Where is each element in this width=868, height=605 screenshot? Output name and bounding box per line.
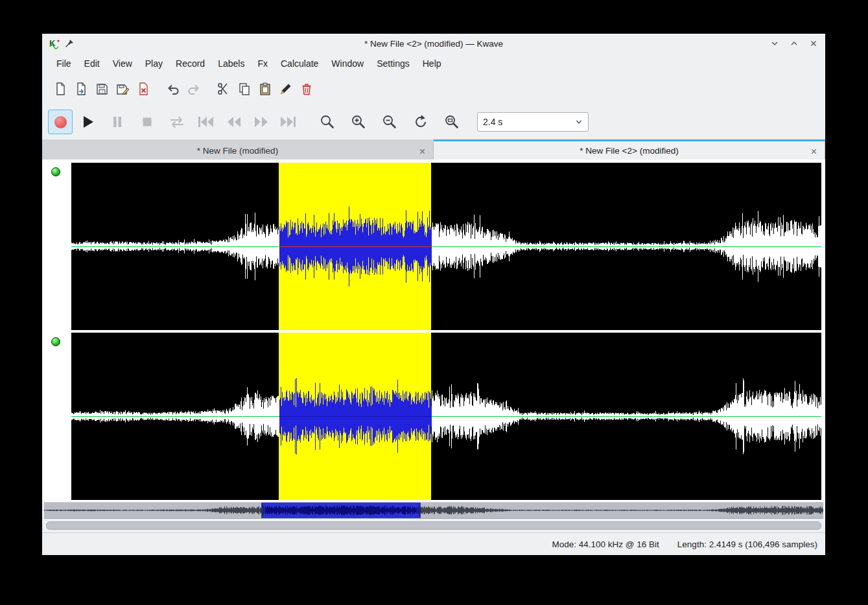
seek-backward-button[interactable] [223,110,245,134]
file-toolbar [42,73,825,104]
tab-close-icon[interactable] [418,147,427,156]
horizontal-scrollbar[interactable] [42,519,825,532]
track-controls-strip [42,160,71,502]
pen-button[interactable] [276,78,296,99]
track-1-led[interactable] [51,167,60,176]
zoom-factor-value: 2.4 s [483,117,575,127]
menu-labels[interactable]: Labels [211,55,251,72]
kwave-app-icon[interactable]: K [49,38,60,49]
scrollbar-thumb[interactable] [46,521,821,530]
zoom-in-button[interactable] [347,110,369,134]
menu-settings[interactable]: Settings [370,55,416,72]
loop-button[interactable] [166,110,188,134]
play-button[interactable] [76,110,99,134]
menu-record[interactable]: Record [169,55,211,72]
open-file-button[interactable] [71,78,91,99]
overview-bar[interactable] [42,502,825,519]
zoom-selection-button[interactable] [316,110,338,134]
cut-button[interactable] [213,78,234,99]
scrollbar-track[interactable] [46,521,821,530]
menubar: File Edit View Play Record Labels Fx Cal… [42,53,825,73]
tabbar: * New File (modified) * New File <2> (mo… [42,139,825,160]
menu-window[interactable]: Window [325,55,370,72]
tab-close-icon[interactable] [810,147,818,156]
menu-edit[interactable]: Edit [78,55,106,72]
pause-button[interactable] [106,110,128,134]
menu-file[interactable]: File [50,55,78,72]
transport-toolbar: 2.4 s [42,104,825,139]
waveform-canvas-1[interactable] [71,163,821,330]
pin-icon[interactable] [65,39,74,48]
redo-button[interactable] [183,78,204,99]
paste-button[interactable] [255,78,276,99]
undo-button[interactable] [163,78,183,99]
zoom-window-button[interactable] [441,110,463,134]
delete-button[interactable] [296,78,317,99]
menu-help[interactable]: Help [416,55,448,72]
close-icon[interactable] [808,38,819,49]
kwave-window: K * New File <2> (modified) — Kwave File… [42,34,825,555]
menu-view[interactable]: View [106,55,139,72]
record-button[interactable] [48,110,73,134]
statusbar: Mode: 44.100 kHz @ 16 Bit Length: 2.4149… [42,534,825,555]
skip-to-end-button[interactable] [277,110,299,134]
zoom-out-button[interactable] [379,110,401,134]
zoom-all-button[interactable] [410,110,432,134]
track-2-led[interactable] [51,337,60,346]
save-file-button[interactable] [91,78,112,99]
status-mode: Mode: 44.100 kHz @ 16 Bit [552,540,659,549]
seek-forward-button[interactable] [250,110,272,134]
titlebar: K * New File <2> (modified) — Kwave [42,34,825,53]
signal-view [42,160,825,502]
new-file-button[interactable] [50,78,71,99]
chevron-down-icon [575,118,583,126]
tab-label: * New File <2> (modified) [434,146,825,156]
record-icon [54,116,67,128]
menu-fx[interactable]: Fx [251,55,274,72]
tab-new-file-2[interactable]: * New File <2> (modified) [434,139,825,160]
save-as-button[interactable] [112,78,133,99]
status-length: Length: 2.4149 s (106,496 samples) [677,540,817,549]
waveform-channel-1[interactable] [71,163,821,330]
waveform-channel-2[interactable] [71,333,821,500]
menu-play[interactable]: Play [139,55,169,72]
tab-new-file-1[interactable]: * New File (modified) [42,139,434,160]
tab-label: * New File (modified) [42,146,433,156]
zoom-factor-combobox[interactable]: 2.4 s [477,112,589,132]
maximize-icon[interactable] [789,38,799,49]
window-title: * New File <2> (modified) — Kwave [42,39,825,49]
close-file-button[interactable] [133,78,154,99]
waveform-canvas-2[interactable] [71,333,821,500]
skip-to-start-button[interactable] [194,110,217,134]
stop-button[interactable] [136,110,158,134]
menu-calculate[interactable]: Calculate [274,55,325,72]
minimize-icon[interactable] [769,38,780,49]
copy-button[interactable] [234,78,255,99]
